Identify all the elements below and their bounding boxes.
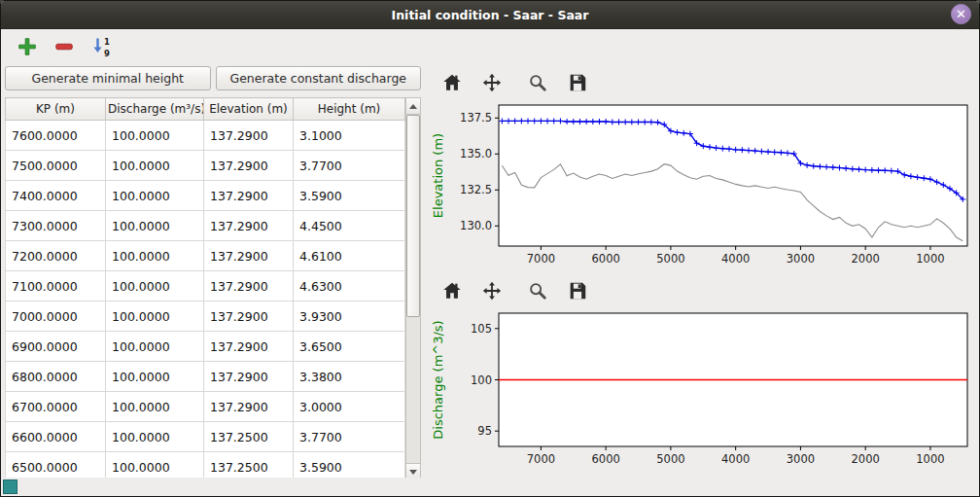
scroll-up-button[interactable]	[406, 98, 420, 115]
svg-text:4000: 4000	[721, 452, 750, 466]
pan-move-icon	[481, 72, 503, 93]
close-button[interactable]: ✕	[951, 4, 971, 24]
table-cell[interactable]: 100.0000	[106, 151, 204, 181]
elevation-home-button[interactable]	[437, 70, 468, 96]
table-cell[interactable]: 137.2900	[204, 332, 294, 362]
table-cell[interactable]: 100.0000	[106, 452, 204, 479]
table-cell[interactable]: 3.1000	[294, 121, 405, 151]
svg-text:105: 105	[471, 322, 492, 336]
discharge-pan-button[interactable]	[476, 278, 508, 304]
window-title: Initial condition - Saar - Saar	[392, 8, 589, 22]
table-cell[interactable]: 137.2900	[204, 241, 294, 271]
table-cell[interactable]: 3.5900	[294, 452, 405, 479]
elevation-save-button[interactable]	[562, 70, 593, 96]
save-icon	[567, 280, 588, 302]
table-cell[interactable]: 7500.0000	[6, 151, 106, 181]
magnifier-icon	[527, 280, 548, 302]
table-cell[interactable]: 137.2900	[204, 211, 294, 241]
elevation-plot[interactable]: 7000600050004000300020001000130.0132.513…	[429, 99, 973, 270]
table-cell[interactable]: 7600.0000	[6, 121, 106, 151]
table-cell[interactable]: 4.6300	[294, 271, 405, 302]
elevation-zoom-button[interactable]	[522, 70, 553, 96]
svg-text:95: 95	[477, 424, 492, 438]
table-cell[interactable]: 7000.0000	[6, 302, 106, 332]
table-row: 7000.0000100.0000137.29003.9300	[6, 302, 405, 332]
table-cell[interactable]: 100.0000	[106, 241, 204, 271]
table-cell[interactable]: 6900.0000	[6, 332, 106, 362]
svg-text:130.0: 130.0	[460, 219, 492, 232]
table-cell[interactable]: 100.0000	[106, 211, 204, 241]
table-cell[interactable]: 4.6100	[294, 241, 405, 271]
scrollbar-track[interactable]	[406, 115, 420, 463]
discharge-zoom-button[interactable]	[522, 278, 553, 304]
table-cell[interactable]: 3.7700	[294, 422, 405, 452]
svg-text:7000: 7000	[527, 252, 555, 266]
table-row: 7200.0000100.0000137.29004.6100	[6, 241, 405, 271]
elevation-pan-button[interactable]	[476, 70, 508, 96]
table-cell[interactable]: 100.0000	[106, 332, 204, 362]
table-cell[interactable]: 3.7700	[294, 151, 405, 181]
discharge-home-button[interactable]	[437, 278, 468, 304]
data-table: KP (m)Discharge (m³/s)Elevation (m)Heigh…	[5, 97, 405, 478]
svg-text:1000: 1000	[916, 252, 944, 266]
svg-text:2000: 2000	[852, 252, 880, 266]
table-row: 7600.0000100.0000137.29003.1000	[6, 121, 405, 151]
column-header[interactable]: Height (m)	[294, 98, 405, 121]
discharge-save-button[interactable]	[562, 278, 593, 304]
column-header[interactable]: KP (m)	[6, 98, 106, 121]
table-cell[interactable]: 100.0000	[106, 271, 204, 302]
svg-text:6000: 6000	[592, 252, 620, 266]
table-cell[interactable]: 7400.0000	[6, 181, 106, 211]
table-cell[interactable]: 137.2500	[204, 422, 294, 452]
column-header[interactable]: Discharge (m³/s)	[106, 98, 204, 121]
table-cell[interactable]: 100.0000	[106, 362, 204, 392]
minus-icon	[53, 36, 75, 57]
sort-button[interactable]: 1 9	[88, 34, 114, 59]
table-cell[interactable]: 137.2900	[204, 362, 294, 392]
table-cell[interactable]: 137.2900	[204, 302, 294, 332]
save-icon	[567, 72, 588, 93]
table-cell[interactable]: 6700.0000	[6, 392, 106, 422]
scroll-down-button[interactable]	[406, 463, 420, 478]
table-cell[interactable]: 6800.0000	[6, 362, 106, 392]
table-cell[interactable]: 100.0000	[106, 392, 204, 422]
table-cell[interactable]: 7300.0000	[6, 211, 106, 241]
remove-row-button[interactable]	[52, 34, 77, 59]
column-header[interactable]: Elevation (m)	[204, 98, 294, 121]
table-cell[interactable]: 137.2900	[204, 151, 294, 181]
table-cell[interactable]: 100.0000	[106, 422, 204, 452]
table-cell[interactable]: 137.2900	[204, 121, 294, 151]
add-row-button[interactable]	[15, 34, 40, 59]
table-scrollbar[interactable]	[405, 97, 421, 478]
initial-condition-window: Initial condition - Saar - Saar ✕ 1 9	[0, 0, 980, 497]
discharge-plot[interactable]: 700060005000400030002000100095100105Disc…	[429, 307, 973, 471]
table-cell[interactable]: 137.2500	[204, 452, 294, 479]
table-cell[interactable]: 4.4500	[294, 211, 405, 241]
generate-minimal-height-button[interactable]: Generate minimal height	[5, 66, 211, 90]
titlebar[interactable]: Initial condition - Saar - Saar ✕	[1, 1, 979, 29]
content-area: Generate minimal height Generate constan…	[1, 64, 979, 478]
table-cell[interactable]: 100.0000	[106, 181, 204, 211]
generate-constant-discharge-button[interactable]: Generate constant discharge	[216, 66, 422, 90]
table-header-row: KP (m)Discharge (m³/s)Elevation (m)Heigh…	[6, 98, 405, 121]
table-cell[interactable]: 3.5900	[294, 181, 405, 211]
sort-descending-icon: 1 9	[89, 35, 113, 58]
table-cell[interactable]: 3.9300	[294, 302, 405, 332]
table-cell[interactable]: 7200.0000	[6, 241, 106, 271]
table-cell[interactable]: 137.2900	[204, 271, 294, 302]
table-cell[interactable]: 3.6500	[294, 332, 405, 362]
table-cell[interactable]: 3.0000	[294, 392, 405, 422]
table-cell[interactable]: 6600.0000	[6, 422, 106, 452]
table-cell[interactable]: 6500.0000	[6, 452, 106, 479]
table-cell[interactable]: 100.0000	[106, 302, 204, 332]
table-cell[interactable]: 137.2900	[204, 181, 294, 211]
scroll-up-icon	[409, 104, 417, 109]
table-cell[interactable]: 100.0000	[106, 121, 204, 151]
scrollbar-thumb[interactable]	[406, 115, 420, 317]
corner-widget[interactable]	[3, 479, 18, 494]
table-row: 6600.0000100.0000137.25003.7700	[6, 422, 405, 452]
table-cell[interactable]: 7100.0000	[6, 271, 106, 302]
table-cell[interactable]: 137.2900	[204, 392, 294, 422]
table-cell[interactable]: 3.3800	[294, 362, 405, 392]
scroll-down-icon	[409, 470, 417, 475]
